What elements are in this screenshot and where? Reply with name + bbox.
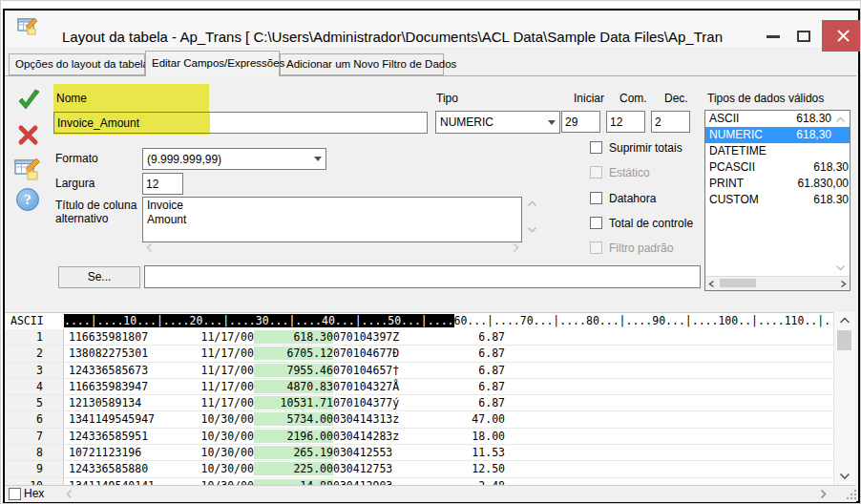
- minimize-icon: [766, 35, 780, 38]
- tab-novo-filtro[interactable]: Adicionar um Novo Filtro de Dados: [280, 53, 444, 75]
- table-row[interactable]: 512130589134 11/17/00 10531.71070104377ý…: [5, 395, 833, 411]
- listbox-hscrollbar[interactable]: [705, 276, 850, 290]
- checkbox-datahora[interactable]: [590, 192, 602, 204]
- hex-label: Hex: [24, 487, 44, 500]
- delete-button[interactable]: [17, 124, 39, 146]
- window-title: Layout da tabela - Ap_Trans [ C:\Users\A…: [62, 29, 723, 45]
- field-highlight-cell: 10531.71: [254, 396, 333, 410]
- tab-opcoes-layout[interactable]: Opções do layout da tabela: [9, 53, 145, 75]
- scroll-right-icon[interactable]: [820, 489, 827, 499]
- scroll-up-icon[interactable]: [835, 116, 846, 123]
- table-row[interactable]: 1116635981807 11/17/00 618.30070104397Z …: [5, 329, 833, 346]
- titulo-coluna-label-line1: Título de coluna: [55, 199, 136, 212]
- field-highlight-cell: 7955.46: [254, 364, 333, 377]
- grid-vscrollbar[interactable]: [833, 312, 855, 485]
- checkbox-filtro-padrao-label: Filtro padrão: [609, 242, 673, 255]
- com-input[interactable]: [606, 111, 645, 133]
- table-row[interactable]: 9124336585880 10/30/00 225.00030412753 1…: [5, 461, 833, 477]
- table-row[interactable]: 810721123196 10/30/00 265.19030412553 11…: [5, 445, 833, 461]
- row-number: 2: [5, 346, 64, 361]
- row-number: 1: [5, 329, 64, 345]
- edit-layout-button[interactable]: [13, 156, 43, 181]
- row-number: 6: [5, 411, 64, 427]
- field-highlight-cell: 4870.83: [254, 380, 333, 393]
- scroll-down-icon[interactable]: [839, 472, 850, 480]
- list-item-print[interactable]: PRINT61.830,00: [705, 176, 850, 192]
- list-item-datetime[interactable]: DATETIME: [705, 143, 850, 159]
- grid-header: ASCII ....|....10...|....20...|....30...…: [5, 313, 833, 329]
- record-preview-grid[interactable]: ASCII ....|....10...|....20...|....30...…: [5, 312, 833, 486]
- field-highlight-cell: 5734.00: [254, 412, 333, 426]
- field-highlight-cell: 225.00: [254, 462, 333, 475]
- ascii-label: ASCII: [5, 313, 64, 329]
- scroll-right-icon[interactable]: [840, 280, 847, 288]
- checkbox-estatico-label: Estático: [609, 166, 650, 179]
- tipos-validos-listbox[interactable]: ASCII618.30 NUMERIC618,30 DATETIME PCASC…: [704, 110, 850, 291]
- ruler-selected-region: ....|....10...|....20...|....30...|....4…: [64, 314, 454, 327]
- minimize-button[interactable]: [759, 24, 788, 49]
- table-row[interactable]: 2138082275301 11/17/00 6705.12070104677Ð…: [5, 346, 833, 362]
- close-button[interactable]: [822, 20, 861, 52]
- checkbox-total-controle-label: Total de controle: [609, 217, 693, 230]
- field-highlight-cell: 2196.00: [254, 430, 333, 443]
- se-button[interactable]: Se...: [58, 266, 140, 288]
- checkbox-estatico: [590, 166, 602, 178]
- scroll-left-icon[interactable]: [66, 489, 73, 499]
- field-highlight-cell: 6705.12: [254, 346, 333, 360]
- largura-input[interactable]: [142, 173, 183, 195]
- row-number: 9: [5, 461, 64, 476]
- largura-label: Largura: [55, 177, 94, 190]
- table-row[interactable]: 61341149545947 10/30/00 5734.00030414313…: [5, 411, 833, 428]
- scroll-up-icon[interactable]: [839, 317, 850, 325]
- row-number: 5: [5, 395, 64, 410]
- formato-select[interactable]: (9.999.999,99): [142, 148, 326, 170]
- dec-input[interactable]: [651, 111, 690, 133]
- screenshot-stage: Layout da tabela - Ap_Trans [ C:\Users\A…: [0, 0, 861, 504]
- maximize-button[interactable]: [789, 24, 818, 49]
- dec-label: Dec.: [664, 92, 688, 105]
- title-bar[interactable]: Layout da tabela - Ap_Trans [ C:\Users\A…: [5, 10, 856, 47]
- checkbox-suprimir-totais[interactable]: [590, 141, 602, 154]
- titulo-coluna-textarea[interactable]: Invoice Amount: [142, 197, 522, 242]
- scroll-left-icon[interactable]: [708, 280, 715, 288]
- table-row[interactable]: 7124336585951 10/30/00 2196.00030414283z…: [5, 429, 833, 445]
- table-row[interactable]: 4116635983947 11/17/00 4870.83070104327Å…: [5, 379, 833, 395]
- maximize-icon: [797, 31, 810, 42]
- list-item-ascii[interactable]: ASCII618.30: [705, 111, 850, 127]
- row-number: 8: [5, 445, 64, 460]
- iniciar-label: Iniciar: [574, 92, 604, 105]
- scroll-down-icon[interactable]: [835, 264, 846, 271]
- help-button[interactable]: ?: [16, 188, 39, 211]
- scroll-up-icon[interactable]: [527, 200, 537, 207]
- list-item-numeric[interactable]: NUMERIC618,30: [705, 127, 850, 143]
- hex-checkbox[interactable]: [9, 488, 21, 500]
- nome-input[interactable]: [53, 112, 428, 134]
- accept-button[interactable]: [16, 89, 42, 113]
- checkbox-datahora-label: Datahora: [609, 192, 656, 205]
- resize-grip-icon[interactable]: [845, 488, 858, 501]
- row-number: 7: [5, 429, 64, 444]
- tipo-select[interactable]: NUMERIC: [435, 111, 560, 134]
- row-number: 3: [5, 363, 64, 378]
- tipos-validos-label: Tipos de dados válidos: [707, 92, 824, 105]
- scrollbar-thumb[interactable]: [720, 279, 756, 287]
- scroll-down-icon[interactable]: [527, 226, 537, 233]
- scroll-right-icon[interactable]: [513, 242, 519, 253]
- se-input[interactable]: [144, 265, 701, 288]
- com-label: Com.: [620, 92, 647, 105]
- chevron-down-icon: [314, 157, 322, 161]
- table-row[interactable]: 3124336585673 11/17/00 7955.46070104657†…: [5, 363, 833, 379]
- scroll-left-icon[interactable]: [146, 242, 153, 253]
- close-icon: [836, 29, 850, 43]
- field-highlight-cell: 265.19: [254, 446, 333, 459]
- chevron-down-icon: [548, 120, 556, 125]
- checkbox-total-controle[interactable]: [590, 217, 602, 229]
- scrollbar-thumb[interactable]: [837, 330, 851, 350]
- iniciar-input[interactable]: [561, 111, 600, 133]
- list-item-pcascii[interactable]: PCASCII618.30: [705, 159, 850, 176]
- formato-label: Formato: [55, 152, 98, 165]
- titulo-coluna-label-line2: alternativo: [55, 212, 108, 225]
- list-item-custom[interactable]: CUSTOM618.30: [705, 192, 850, 208]
- tab-editar-campos[interactable]: Editar Campos/Expressões: [145, 51, 280, 76]
- field-highlight-cell: 618.30: [254, 330, 333, 344]
